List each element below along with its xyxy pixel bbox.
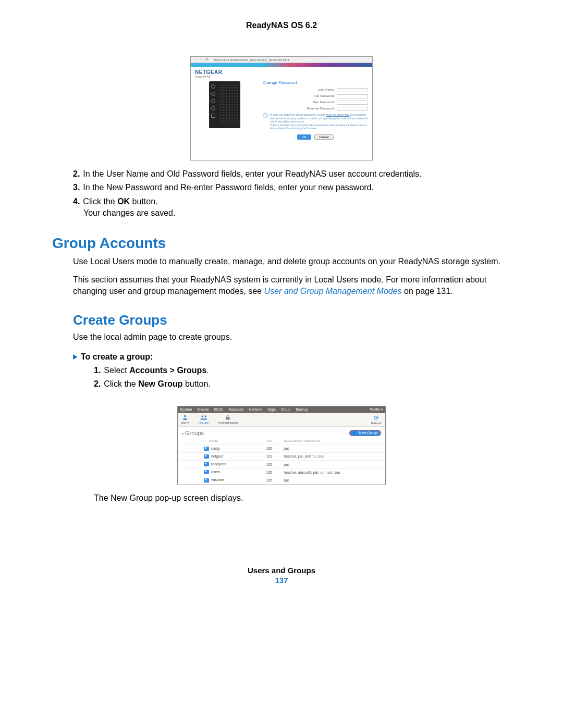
svg-rect-3 bbox=[226, 417, 230, 420]
table-row[interactable]: users100heather, marcat2, pat, ron, sol,… bbox=[178, 468, 385, 476]
cg-step-2: 2.Click the New Group button. bbox=[94, 378, 511, 390]
lock-icon bbox=[225, 414, 230, 421]
nas-device-image bbox=[209, 81, 240, 128]
svg-point-1 bbox=[201, 415, 203, 417]
newpw-label: New Password: bbox=[293, 101, 335, 105]
new-group-button[interactable]: 👥 New Group bbox=[349, 430, 381, 436]
reset-credentials-link[interactable]: reset the credentials bbox=[326, 113, 350, 116]
step-2: 2.In the User Name and Old Password fiel… bbox=[73, 168, 511, 180]
col-secondary: SECONDARY MEMBERS bbox=[282, 438, 385, 445]
top-nav: System Shares iSCSI Accounts Network App… bbox=[178, 406, 385, 413]
nav-backup[interactable]: Backup bbox=[296, 408, 308, 412]
reenter-password-input[interactable] bbox=[337, 107, 368, 111]
info-icon: i bbox=[263, 113, 268, 118]
subnav-users[interactable]: Users bbox=[181, 414, 189, 425]
address-url: https://11.1.60/password_recovery/my_pas… bbox=[214, 58, 289, 61]
group-row-icon bbox=[204, 478, 209, 483]
col-name: NAME bbox=[178, 438, 264, 445]
new-group-icon: 👥 bbox=[353, 431, 358, 435]
group-row-icon bbox=[204, 462, 209, 466]
cg-step-1: 1.Select Accounts > Groups. bbox=[94, 365, 511, 376]
forward-icon: → bbox=[199, 57, 203, 62]
info-text: In case you forgot the admin password, y… bbox=[270, 113, 368, 130]
page-footer: Users and Groups 137 bbox=[52, 566, 511, 585]
table-row[interactable]: readynas102pat bbox=[178, 461, 385, 468]
back-icon: ← bbox=[193, 57, 197, 62]
nav-profile[interactable]: Profile ▾ bbox=[370, 408, 383, 412]
nav-system[interactable]: System bbox=[180, 408, 192, 412]
username-label: User Name: bbox=[293, 88, 335, 92]
refresh-button[interactable]: ⟳ Refresh bbox=[371, 414, 382, 425]
browser-address-bar: ← → ⟳ https://11.1.60/password_recovery/… bbox=[191, 57, 372, 63]
procedure-arrow-icon bbox=[73, 354, 78, 360]
svg-point-2 bbox=[204, 415, 206, 417]
change-password-steps: 2.In the User Name and Old Password fiel… bbox=[52, 168, 511, 219]
reload-icon: ⟳ bbox=[205, 57, 209, 62]
group-row-icon bbox=[204, 470, 209, 474]
create-groups-intro: Use the local admin page to create group… bbox=[52, 331, 511, 343]
group-icon bbox=[200, 414, 207, 421]
change-password-heading: Change Password bbox=[263, 80, 368, 85]
groups-panel-screenshot: System Shares iSCSI Accounts Network App… bbox=[177, 406, 386, 485]
change-password-screenshot: ← → ⟳ https://11.1.60/password_recovery/… bbox=[190, 56, 373, 161]
new-group-popup-note: The New Group pop-up screen displays. bbox=[52, 492, 511, 504]
create-groups-heading: Create Groups bbox=[52, 312, 511, 328]
nav-apps[interactable]: Apps bbox=[267, 408, 276, 412]
group-row-icon bbox=[204, 447, 209, 451]
brand-logo: NETGEAR bbox=[191, 67, 372, 75]
step-4: 4.Click the OK button. Your changes are … bbox=[73, 196, 511, 219]
procedure-heading: To create a group: bbox=[52, 352, 511, 362]
new-password-input[interactable] bbox=[337, 101, 368, 105]
nav-shares[interactable]: Shares bbox=[197, 408, 209, 412]
refresh-icon: ⟳ bbox=[371, 414, 382, 422]
username-input[interactable] bbox=[337, 88, 368, 92]
sub-nav: Users Groups Authentication ⟳ Refresh bbox=[178, 413, 385, 427]
nav-iscsi[interactable]: iSCSI bbox=[214, 408, 224, 412]
step-3: 3.In the New Password and Re-enter Passw… bbox=[73, 182, 511, 193]
table-row[interactable]: nasty100pat bbox=[178, 445, 385, 452]
nav-accounts[interactable]: Accounts bbox=[228, 408, 243, 412]
page-header: ReadyNAS OS 6.2 bbox=[52, 21, 511, 30]
repw-label: Re-enter Password: bbox=[293, 107, 335, 111]
nav-cloud[interactable]: Cloud bbox=[281, 408, 290, 412]
group-accounts-heading: Group Accounts bbox=[52, 235, 511, 252]
col-gid: GID bbox=[264, 438, 282, 445]
old-password-input[interactable] bbox=[337, 94, 368, 98]
user-icon bbox=[182, 414, 188, 421]
ok-button[interactable]: OK bbox=[297, 134, 311, 140]
brand-banner bbox=[191, 63, 372, 67]
group-accounts-p1: Use Local Users mode to manually create,… bbox=[73, 256, 511, 267]
group-row-icon bbox=[204, 454, 209, 459]
cancel-button[interactable]: Cancel bbox=[314, 134, 334, 140]
groups-table: NAME GID SECONDARY MEMBERS nasty100patne… bbox=[178, 438, 385, 485]
subnav-groups[interactable]: Groups bbox=[199, 414, 209, 425]
table-row[interactable]: vmware105pat bbox=[178, 476, 385, 484]
groups-panel-title: ▾Groups bbox=[182, 430, 204, 436]
table-row[interactable]: netgear101heather, joe, jericho, zoe bbox=[178, 452, 385, 460]
oldpw-label: Old Password: bbox=[293, 94, 335, 98]
subnav-auth[interactable]: Authentication bbox=[218, 414, 238, 425]
nav-network[interactable]: Network bbox=[249, 408, 262, 412]
user-group-modes-link[interactable]: User and Group Management Modes bbox=[264, 287, 401, 295]
brand-subtitle: ReadyNAS bbox=[191, 75, 372, 79]
create-group-steps: 1.Select Accounts > Groups. 2.Click the … bbox=[52, 365, 511, 390]
group-accounts-p2: This section assumes that your ReadyNAS … bbox=[73, 274, 511, 297]
svg-point-0 bbox=[184, 415, 186, 417]
